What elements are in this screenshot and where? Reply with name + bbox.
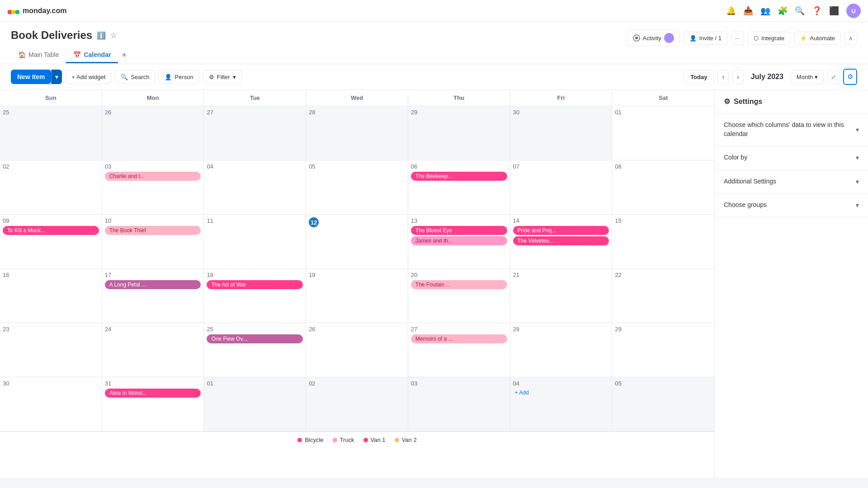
- tab-calendar[interactable]: 📅 Calendar: [66, 47, 118, 63]
- puzzle-icon[interactable]: 🧩: [778, 6, 788, 16]
- cal-cell[interactable]: 04: [204, 160, 306, 215]
- search-icon: 🔍: [121, 74, 128, 80]
- expand-button[interactable]: ⤢: [827, 70, 840, 84]
- search-button[interactable]: 🔍 Search: [115, 70, 155, 84]
- help-icon[interactable]: ❓: [812, 6, 822, 16]
- calendar-event[interactable]: James and th...: [411, 236, 507, 245]
- cal-cell[interactable]: 05: [306, 160, 408, 215]
- today-button[interactable]: Today: [684, 70, 714, 84]
- star-icon[interactable]: ☆: [110, 31, 117, 40]
- cal-cell[interactable]: 29: [612, 323, 714, 377]
- apps-icon[interactable]: ⬛: [829, 6, 839, 16]
- more-button[interactable]: ···: [731, 32, 744, 45]
- search-icon[interactable]: 🔍: [795, 6, 805, 16]
- cal-cell[interactable]: 23: [0, 323, 102, 377]
- cal-cell[interactable]: 29: [408, 106, 510, 160]
- cal-cell[interactable]: 28: [510, 323, 613, 377]
- settings-groups-row[interactable]: Choose groups ▾: [715, 193, 868, 217]
- settings-additional-label: Additional Settings: [724, 177, 776, 186]
- invite-icon: 👤: [689, 35, 697, 42]
- calendar-event[interactable]: One Flew Ov...: [207, 334, 303, 343]
- calendar-event[interactable]: A Long Petal ...: [105, 280, 201, 289]
- cal-cell[interactable]: 07: [510, 160, 613, 215]
- automate-button[interactable]: ⚡ Automate: [794, 32, 841, 45]
- cal-cell[interactable]: 02: [306, 377, 408, 432]
- legend-dot: [333, 438, 337, 442]
- new-item-button[interactable]: New Item: [11, 70, 51, 84]
- calendar-event[interactable]: Charlie and t...: [105, 172, 201, 181]
- cal-cell[interactable]: 25: [0, 106, 102, 160]
- cal-cell[interactable]: 26: [102, 106, 204, 160]
- tab-main-table[interactable]: 🏠 Main Table: [11, 47, 66, 63]
- calendar-event[interactable]: Memoirs of a ...: [411, 334, 507, 343]
- settings-color-row[interactable]: Color by ▾: [715, 146, 868, 169]
- people-icon[interactable]: 👥: [760, 6, 770, 16]
- cal-cell[interactable]: 28: [306, 106, 408, 160]
- add-event-button[interactable]: + Add: [513, 389, 609, 397]
- cal-cell[interactable]: 05: [612, 377, 714, 432]
- prev-month-button[interactable]: ‹: [717, 70, 729, 84]
- cal-cell[interactable]: 26: [306, 323, 408, 377]
- info-icon[interactable]: ℹ️: [97, 31, 106, 40]
- cal-cell[interactable]: 17A Long Petal ...: [102, 269, 204, 323]
- bell-icon[interactable]: 🔔: [726, 6, 736, 16]
- cal-cell[interactable]: 27: [204, 106, 306, 160]
- cal-cell[interactable]: 30: [510, 106, 613, 160]
- settings-columns-row[interactable]: Choose which columns' data to view in th…: [715, 113, 868, 145]
- cal-cell[interactable]: 22: [612, 269, 714, 323]
- cal-cell[interactable]: 25One Flew Ov...: [204, 323, 306, 377]
- calendar-event[interactable]: The Art of War: [207, 280, 303, 289]
- calendar-event[interactable]: Pride and Prej...: [513, 226, 609, 235]
- cal-cell[interactable]: 03: [408, 377, 510, 432]
- cal-cell[interactable]: 15: [612, 215, 714, 269]
- avatar[interactable]: U: [846, 4, 861, 18]
- cal-cell[interactable]: 14Pride and Prej...The Velvetee...: [510, 215, 613, 269]
- cal-cell[interactable]: 30: [0, 377, 102, 432]
- cal-cell[interactable]: 04+ Add: [510, 377, 613, 432]
- person-button[interactable]: 👤 Person: [159, 70, 199, 84]
- logo[interactable]: monday.com: [7, 5, 67, 17]
- calendar-event[interactable]: The Velvetee...: [513, 236, 609, 245]
- calendar-event[interactable]: The Book Thief: [105, 226, 201, 235]
- calendar-event[interactable]: Alice in Wond...: [105, 389, 201, 398]
- cal-cell[interactable]: 12: [306, 215, 408, 269]
- cal-cell[interactable]: 10The Book Thief: [102, 215, 204, 269]
- cal-cell[interactable]: 09To Kill a Mock...: [0, 215, 102, 269]
- calendar-event[interactable]: The Bluest Eye: [411, 226, 507, 235]
- day-number: 05: [615, 380, 712, 387]
- cal-cell[interactable]: 03Charlie and t...: [102, 160, 204, 215]
- cal-cell[interactable]: 20The Foutain ...: [408, 269, 510, 323]
- settings-additional-row[interactable]: Additional Settings ▾: [715, 170, 868, 193]
- invite-button[interactable]: 👤 Invite / 1: [684, 32, 727, 45]
- cal-cell[interactable]: 01: [612, 106, 714, 160]
- cal-cell[interactable]: 18The Art of War: [204, 269, 306, 323]
- filter-button[interactable]: ⚙ Filter ▾: [203, 70, 242, 84]
- month-view-select[interactable]: Month ▾: [791, 70, 824, 84]
- cal-cell[interactable]: 02: [0, 160, 102, 215]
- new-item-dropdown[interactable]: ▾: [51, 70, 62, 84]
- cal-cell[interactable]: 19: [306, 269, 408, 323]
- cal-cell[interactable]: 01: [204, 377, 306, 432]
- cal-cell[interactable]: 16: [0, 269, 102, 323]
- collapse-button[interactable]: ∧: [844, 32, 857, 45]
- calendar-settings-button[interactable]: ⚙: [843, 69, 857, 85]
- cal-cell[interactable]: 11: [204, 215, 306, 269]
- day-number: 20: [411, 272, 507, 278]
- inbox-icon[interactable]: 📥: [743, 6, 753, 16]
- calendar-event[interactable]: To Kill a Mock...: [3, 226, 99, 235]
- add-widget-button[interactable]: + Add widget: [66, 70, 111, 84]
- cal-cell[interactable]: 27Memoirs of a ...: [408, 323, 510, 377]
- cal-cell[interactable]: 08: [612, 160, 714, 215]
- cal-cell[interactable]: 13The Bluest EyeJames and th...: [408, 215, 510, 269]
- activity-button[interactable]: Activity: [627, 30, 680, 46]
- cal-cell[interactable]: 21: [510, 269, 613, 323]
- add-view-button[interactable]: +: [118, 47, 130, 64]
- cal-cell[interactable]: 31Alice in Wond...: [102, 377, 204, 432]
- cal-cell[interactable]: 06The Beekeep...: [408, 160, 510, 215]
- next-month-button[interactable]: ›: [732, 70, 744, 84]
- integrate-button[interactable]: ⬡ Integrate: [748, 32, 790, 45]
- cal-cell[interactable]: 24: [102, 323, 204, 377]
- calendar-event[interactable]: The Foutain ...: [411, 280, 507, 289]
- calendar-event[interactable]: The Beekeep...: [411, 172, 507, 181]
- filter-icon: ⚙: [209, 74, 214, 80]
